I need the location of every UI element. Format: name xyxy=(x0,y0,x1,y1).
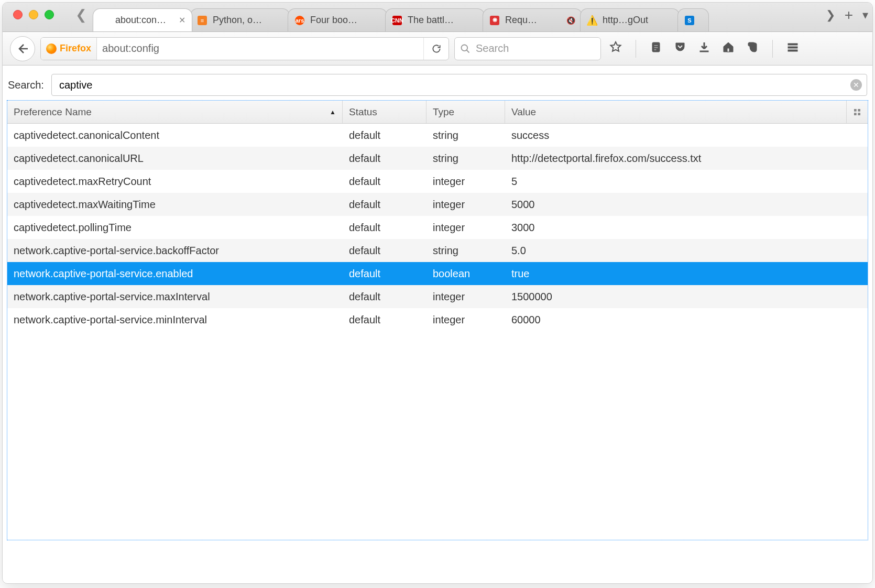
cell-pref-name: captivedetect.maxRetryCount xyxy=(7,171,343,192)
column-header-status[interactable]: Status xyxy=(343,101,426,123)
svg-rect-5 xyxy=(700,51,708,52)
reload-icon xyxy=(431,43,442,54)
window-minimize-button[interactable] xyxy=(29,10,38,19)
browser-tab[interactable]: arsFour boo… xyxy=(288,8,387,31)
cell-pref-type: boolean xyxy=(426,264,505,284)
tab-favicon: ars xyxy=(294,15,305,26)
reload-button[interactable] xyxy=(423,38,449,60)
column-header-status-label: Status xyxy=(349,106,377,118)
sort-asc-icon: ▲ xyxy=(330,108,336,116)
home-icon xyxy=(722,41,735,53)
column-header-value-label: Value xyxy=(511,106,536,118)
url-bar[interactable]: Firefox about:config xyxy=(40,37,449,60)
window-close-button[interactable] xyxy=(13,10,23,19)
table-row[interactable]: network.captive-portal-service.backoffFa… xyxy=(7,239,868,262)
toolbar-actions xyxy=(609,40,799,58)
browser-tab[interactable]: CNNThe battl… xyxy=(385,8,485,31)
cell-pref-type: integer xyxy=(426,194,505,215)
svg-rect-12 xyxy=(854,113,857,115)
cell-pref-type: integer xyxy=(426,287,505,307)
pocket-button[interactable] xyxy=(674,41,686,57)
config-search-input[interactable] xyxy=(51,74,867,96)
table-body: captivedetect.canonicalContentdefaultstr… xyxy=(7,124,868,331)
svg-rect-10 xyxy=(854,109,857,112)
url-text[interactable]: about:config xyxy=(97,42,423,55)
cell-pref-name: network.captive-portal-service.minInterv… xyxy=(7,310,343,330)
browser-tab[interactable]: S xyxy=(677,8,709,31)
back-button[interactable] xyxy=(10,36,35,61)
table-row[interactable]: captivedetect.maxRetryCountdefaultintege… xyxy=(7,170,868,193)
evernote-button[interactable] xyxy=(746,41,759,57)
cell-pref-type: integer xyxy=(426,310,505,330)
evernote-icon xyxy=(746,41,759,53)
tab-favicon xyxy=(100,15,110,26)
tab-title: Python, o… xyxy=(213,15,283,26)
firefox-icon xyxy=(46,43,57,54)
app-menu-button[interactable] xyxy=(786,41,799,57)
cell-pref-value: 60000 xyxy=(505,310,868,330)
window-zoom-button[interactable] xyxy=(45,10,54,19)
home-button[interactable] xyxy=(722,41,735,57)
cell-pref-status: default xyxy=(343,125,426,146)
svg-rect-9 xyxy=(788,50,797,51)
clear-search-button[interactable]: ✕ xyxy=(850,79,862,91)
reading-list-button[interactable] xyxy=(650,41,662,57)
all-tabs-button[interactable]: ▾ xyxy=(862,8,868,22)
column-header-name[interactable]: Preference Name ▲ xyxy=(7,101,343,123)
separator xyxy=(636,40,636,58)
column-header-value[interactable]: Value xyxy=(505,101,847,123)
table-row[interactable]: captivedetect.maxWaitingTimedefaultinteg… xyxy=(7,193,868,216)
hamburger-icon xyxy=(786,41,799,53)
cell-pref-status: default xyxy=(343,241,426,261)
pocket-icon xyxy=(674,41,686,53)
svg-rect-2 xyxy=(654,45,658,46)
tab-title: Four boo… xyxy=(310,15,380,26)
cell-pref-value: 5 xyxy=(505,171,868,192)
cell-pref-status: default xyxy=(343,287,426,307)
tab-favicon: CNN xyxy=(392,15,402,26)
table-header: Preference Name ▲ Status Type Value xyxy=(7,101,868,124)
svg-rect-8 xyxy=(788,47,797,48)
cell-pref-value: 5000 xyxy=(505,194,868,215)
tab-scroll-left-button[interactable]: ❮ xyxy=(70,7,93,23)
bookmark-star-button[interactable] xyxy=(609,41,622,57)
column-header-type[interactable]: Type xyxy=(426,101,505,123)
search-icon xyxy=(460,43,471,54)
new-tab-button[interactable]: + xyxy=(845,7,853,24)
cell-pref-name: network.captive-portal-service.backoffFa… xyxy=(7,241,343,261)
cell-pref-status: default xyxy=(343,264,426,284)
cell-pref-value: true xyxy=(505,264,868,284)
tab-overflow-controls: ❯ + ▾ xyxy=(826,7,868,24)
identity-box[interactable]: Firefox xyxy=(41,38,97,60)
tab-close-button[interactable]: ✕ xyxy=(179,15,185,25)
svg-rect-7 xyxy=(788,43,797,45)
table-row[interactable]: captivedetect.canonicalContentdefaultstr… xyxy=(7,124,868,147)
tab-favicon: ⚠️ xyxy=(587,15,597,26)
browser-tab[interactable]: ❋Requ…🔇 xyxy=(483,8,582,31)
window-controls xyxy=(13,10,54,19)
back-arrow-icon xyxy=(16,42,29,55)
table-row[interactable]: network.captive-portal-service.maxInterv… xyxy=(7,285,868,308)
svg-rect-4 xyxy=(654,49,657,50)
browser-tab[interactable]: ≡Python, o… xyxy=(190,8,290,31)
tab-title: http…gOut xyxy=(603,15,673,26)
table-row[interactable]: network.captive-portal-service.minInterv… xyxy=(7,308,868,331)
svg-rect-6 xyxy=(727,48,729,52)
cell-pref-value: success xyxy=(505,125,868,146)
downloads-button[interactable] xyxy=(698,41,710,57)
browser-tab[interactable]: ⚠️http…gOut xyxy=(580,8,680,31)
column-picker-button[interactable] xyxy=(847,101,868,123)
cell-pref-type: string xyxy=(426,125,505,146)
cell-pref-name: network.captive-portal-service.maxInterv… xyxy=(7,287,343,307)
tab-scroll-right-button[interactable]: ❯ xyxy=(826,8,835,22)
table-row[interactable]: captivedetect.pollingTimedefaultinteger3… xyxy=(7,216,868,239)
tab-mute-icon[interactable]: 🔇 xyxy=(566,16,575,25)
cell-pref-status: default xyxy=(343,148,426,169)
browser-tab[interactable]: about:con…✕ xyxy=(93,8,192,31)
search-bar[interactable]: Search xyxy=(454,37,601,60)
preferences-table: Preference Name ▲ Status Type Value capt… xyxy=(7,100,868,540)
table-row[interactable]: network.captive-portal-service.enabledde… xyxy=(7,262,868,285)
table-row[interactable]: captivedetect.canonicalURLdefaultstringh… xyxy=(7,147,868,170)
svg-point-0 xyxy=(462,45,468,51)
cell-pref-value: 5.0 xyxy=(505,241,868,261)
